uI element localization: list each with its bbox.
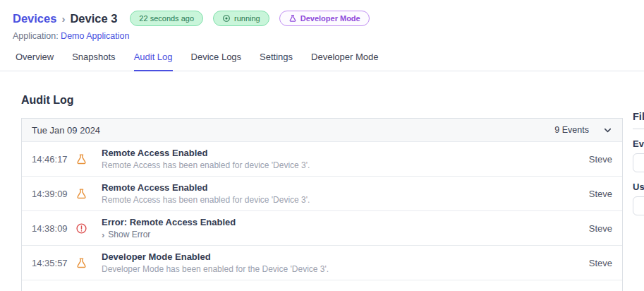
- show-error-label: Show Error: [108, 230, 150, 239]
- event-time: 14:38:09: [32, 223, 75, 234]
- flask-icon: [288, 14, 297, 23]
- audit-row-error: 14:38:09 Error: Remote Access Enabled › …: [22, 210, 622, 245]
- events-count: 9 Events: [554, 125, 589, 135]
- flask-icon: [75, 257, 87, 269]
- audit-log-table: Tue Jan 09 2024 9 Events 14:46:17: [21, 118, 623, 291]
- tab-bar: Overview Snapshots Audit Log Device Logs…: [0, 52, 644, 71]
- event-description: Remote Access has been enabled for devic…: [102, 160, 310, 170]
- audit-row: 14:39:09 Remote Access Enabled Remote Ac…: [22, 176, 622, 210]
- last-seen-text: 22 seconds ago: [139, 14, 194, 23]
- status-badges: 22 seconds ago running Developer Mode: [130, 11, 369, 26]
- tab-snapshots[interactable]: Snapshots: [72, 52, 115, 71]
- event-body: Developer Mode Enabled Developer Mode ha…: [102, 251, 329, 274]
- filter-divider: [633, 129, 644, 129]
- device-detail-page: Devices › Device 3 22 seconds ago runnin…: [0, 0, 644, 291]
- event-title: Error: Remote Access Enabled: [102, 217, 236, 227]
- breadcrumb-separator-icon: ›: [61, 13, 65, 25]
- tab-settings[interactable]: Settings: [260, 52, 293, 71]
- application-link[interactable]: Demo Application: [61, 31, 129, 41]
- audit-row: 14:46:17 Remote Access Enabled Remote Ac…: [22, 141, 622, 176]
- tab-device-logs[interactable]: Device Logs: [191, 52, 242, 71]
- tab-audit-log[interactable]: Audit Log: [134, 52, 173, 71]
- date-group-header[interactable]: Tue Jan 09 2024 9 Events: [22, 119, 622, 141]
- filter-panel: Filter Events User: [633, 111, 644, 215]
- user-filter-label: User: [633, 182, 644, 192]
- flask-icon: [75, 188, 87, 200]
- developer-mode-text: Developer Mode: [300, 14, 360, 23]
- event-user: Steve: [589, 258, 612, 268]
- event-body: Remote Access Enabled Remote Access has …: [102, 148, 310, 170]
- collapse-group-button[interactable]: [603, 126, 612, 135]
- running-icon: [222, 14, 231, 23]
- event-user: Steve: [589, 223, 612, 234]
- tab-developer-mode[interactable]: Developer Mode: [311, 52, 378, 71]
- developer-mode-badge: Developer Mode: [279, 11, 370, 26]
- error-icon: [75, 222, 87, 234]
- main-content: Audit Log Tue Jan 09 2024 9 Events 14:46…: [0, 94, 644, 291]
- event-title: Remote Access Enabled: [102, 182, 310, 193]
- filter-panel-title: Filter: [633, 111, 644, 122]
- running-text: running: [234, 14, 260, 23]
- audit-row: 14:35:57 Developer Mode Enabled Develope…: [22, 245, 622, 280]
- application-label: Application:: [13, 31, 59, 41]
- event-body: Error: Remote Access Enabled › Show Erro…: [102, 217, 236, 239]
- events-filter-input[interactable]: [633, 153, 644, 172]
- event-description: Developer Mode has been enabled for the …: [102, 264, 329, 274]
- event-body: Remote Access Enabled Remote Access has …: [102, 182, 310, 205]
- audit-row: 14:35:30 Developer Mode Disabled Steve: [22, 280, 622, 291]
- user-filter-input[interactable]: [633, 196, 644, 215]
- chevron-right-icon: ›: [102, 230, 104, 239]
- last-seen-badge: 22 seconds ago: [130, 11, 203, 26]
- event-title: Developer Mode Enabled: [102, 251, 329, 262]
- running-status-badge: running: [213, 11, 269, 26]
- application-row: Application: Demo Application: [13, 31, 644, 41]
- event-time: 14:35:57: [32, 258, 75, 268]
- page-header: Devices › Device 3 22 seconds ago runnin…: [0, 0, 644, 41]
- event-title: Remote Access Enabled: [102, 148, 310, 158]
- date-header-text: Tue Jan 09 2024: [32, 125, 100, 136]
- breadcrumb: Devices › Device 3 22 seconds ago runnin…: [13, 10, 644, 27]
- page-title: Audit Log: [21, 94, 623, 107]
- show-error-toggle[interactable]: › Show Error: [102, 230, 236, 239]
- event-description: Remote Access has been enabled for devic…: [102, 195, 310, 205]
- event-user: Steve: [589, 189, 612, 199]
- event-time: 14:39:09: [32, 189, 75, 199]
- events-filter-label: Events: [633, 138, 644, 149]
- breadcrumb-devices-link[interactable]: Devices: [13, 12, 56, 25]
- tab-overview[interactable]: Overview: [16, 52, 54, 71]
- flask-icon: [75, 153, 87, 165]
- chevron-down-icon: [603, 126, 612, 135]
- date-header-right: 9 Events: [554, 125, 612, 135]
- event-time: 14:46:17: [32, 154, 75, 165]
- breadcrumb-current-device: Device 3: [70, 12, 117, 25]
- event-user: Steve: [589, 154, 612, 165]
